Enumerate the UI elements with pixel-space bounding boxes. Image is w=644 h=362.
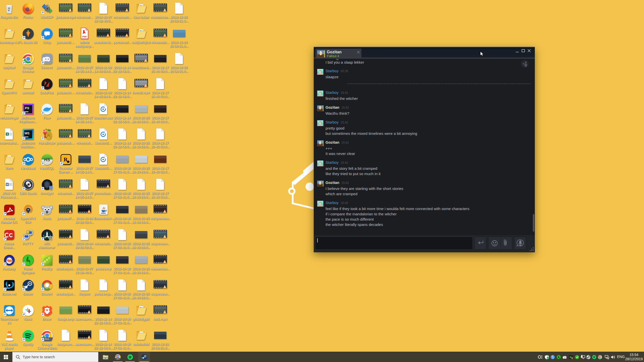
svg-text:PS: PS bbox=[25, 106, 29, 110]
svg-text:Beta: Beta bbox=[45, 338, 49, 340]
svg-text:X: X bbox=[7, 133, 8, 136]
svg-text:WS: WS bbox=[25, 132, 29, 135]
svg-text:W: W bbox=[6, 183, 9, 186]
svg-text:!: ! bbox=[572, 357, 572, 359]
svg-text:PDF: PDF bbox=[82, 35, 87, 38]
svg-text:HS: HS bbox=[44, 157, 50, 162]
